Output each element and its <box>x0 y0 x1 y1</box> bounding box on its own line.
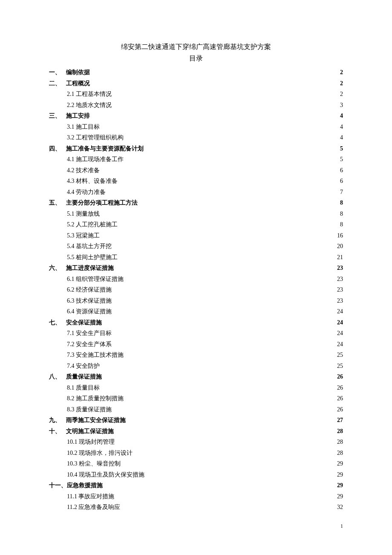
toc-entry-title: 5.1 测量放线 <box>67 209 100 220</box>
toc-section-number: 八、 <box>49 372 66 382</box>
toc-entry[interactable]: 5.3 冠梁施工16 <box>49 231 343 241</box>
toc-entry-page: 24 <box>337 306 343 317</box>
toc-entry-page: 24 <box>337 328 343 339</box>
toc-entry[interactable]: 4.3 材料、设备准备6 <box>49 176 343 187</box>
toc-entry-page: 4 <box>340 111 343 121</box>
toc-entry[interactable]: 7.4 安全防护25 <box>49 361 343 372</box>
toc-entry-title: 10.4 现场卫生及防火保安措施 <box>67 470 144 480</box>
toc-entry-title: 主要分部分项工程施工方法 <box>66 198 138 208</box>
toc-entry[interactable]: 七、安全保证措施24 <box>49 318 343 328</box>
toc-entry[interactable]: 8.1 质量目标26 <box>49 383 343 393</box>
toc-entry-page: 28 <box>337 437 343 448</box>
toc-entry[interactable]: 九、雨季施工安全保证措施27 <box>49 415 343 426</box>
toc-entry[interactable]: 8.2 施工质量控制措施26 <box>49 393 343 404</box>
toc-entry[interactable]: 4.2 技术准备6 <box>49 165 343 176</box>
toc-entry[interactable]: 6.3 技术保证措施23 <box>49 296 343 306</box>
toc-entry-title: 雨季施工安全保证措施 <box>66 415 126 426</box>
toc-entry-title: 应急救援措施 <box>67 480 103 491</box>
toc-entry[interactable]: 10.3 粉尘、噪音控制29 <box>49 459 343 469</box>
page-number: 1 <box>340 523 343 529</box>
toc-entry-title: 4.4 劳动力准备 <box>67 187 106 198</box>
toc-entry-title: 7.3 安全施工技术措施 <box>67 350 124 361</box>
toc-entry[interactable]: 11.1 事故应对措施29 <box>49 491 343 502</box>
toc-entry[interactable]: 8.3 质量保证措施26 <box>49 405 343 415</box>
toc-entry[interactable]: 八、质量保证措施26 <box>49 372 343 382</box>
toc-entry-title: 6.1 组织管理保证措施 <box>67 274 124 285</box>
toc-entry[interactable]: 6.4 资源保证措施24 <box>49 306 343 317</box>
toc-entry-title: 6.3 技术保证措施 <box>67 296 112 306</box>
toc-entry[interactable]: 2.2 地质水文情况3 <box>49 100 343 111</box>
toc-entry-page: 25 <box>337 361 343 372</box>
toc-entry-title: 4.1 施工现场准备工作 <box>67 154 124 165</box>
toc-entry-page: 28 <box>337 426 343 437</box>
toc-entry[interactable]: 五、主要分部分项工程施工方法8 <box>49 198 343 208</box>
toc-entry[interactable]: 5.4 基坑土方开挖20 <box>49 241 343 252</box>
toc-entry-page: 5 <box>340 144 343 154</box>
toc-entry[interactable]: 6.2 经济保证措施23 <box>49 285 343 295</box>
toc-entry[interactable]: 3.1 施工目标4 <box>49 122 343 133</box>
toc-entry-title: 施工安排 <box>66 111 90 121</box>
toc-entry-page: 6 <box>340 176 343 187</box>
toc-entry[interactable]: 十一、应急救援措施29 <box>49 480 343 491</box>
toc-entry-title: 5.2 人工挖孔桩施工 <box>67 220 118 230</box>
toc-entry[interactable]: 四、施工准备与主要资源配备计划5 <box>49 144 343 154</box>
toc-entry-page: 32 <box>337 502 343 513</box>
toc-entry[interactable]: 三、施工安排4 <box>49 111 343 121</box>
toc-entry-title: 3.2 工程管理组织机构 <box>67 133 124 143</box>
toc-entry-page: 2 <box>340 67 343 78</box>
toc-entry[interactable]: 六、施工进度保证措施23 <box>49 263 343 274</box>
toc-entry-title: 工程概况 <box>66 78 90 89</box>
toc-entry-title: 11.2 应急准备及响应 <box>67 502 120 513</box>
toc-entry[interactable]: 7.3 安全施工技术措施25 <box>49 350 343 361</box>
toc-section-number: 四、 <box>49 144 66 154</box>
toc-entry[interactable]: 5.1 测量放线8 <box>49 209 343 220</box>
toc-entry-page: 8 <box>340 198 343 208</box>
toc-entry[interactable]: 11.2 应急准备及响应32 <box>49 502 343 513</box>
toc-entry-title: 6.4 资源保证措施 <box>67 306 112 317</box>
toc-entry[interactable]: 5.5 桩间土护壁施工21 <box>49 252 343 263</box>
toc-entry[interactable]: 4.1 施工现场准备工作5 <box>49 154 343 165</box>
toc-entry-page: 7 <box>340 187 343 198</box>
toc-entry[interactable]: 十、 文明施工保证措施28 <box>49 426 343 437</box>
toc-entry-page: 8 <box>340 209 343 220</box>
toc-entry-page: 23 <box>337 285 343 295</box>
toc-entry-title: 质量保证措施 <box>66 372 102 382</box>
toc-entry-page: 8 <box>340 220 343 230</box>
toc-entry[interactable]: 2.1 工程基本情况2 <box>49 89 343 100</box>
toc-entry-title: 文明施工保证措施 <box>66 426 114 437</box>
toc-entry-title: 10.2 现场排水，排污设计 <box>67 448 133 459</box>
toc-entry-page: 29 <box>337 491 343 502</box>
toc-entry-page: 29 <box>337 470 343 480</box>
toc-entry-title: 10.1 现场封闭管理 <box>67 437 115 448</box>
toc-entry-title: 8.2 施工质量控制措施 <box>67 393 124 404</box>
toc-entry[interactable]: 二、 工程概况2 <box>49 78 343 89</box>
toc-entry-page: 26 <box>337 393 343 404</box>
toc-entry[interactable]: 10.4 现场卫生及防火保安措施29 <box>49 470 343 480</box>
toc-section-number: 五、 <box>49 198 66 208</box>
toc-entry-title: 4.2 技术准备 <box>67 165 100 176</box>
toc-entry[interactable]: 4.4 劳动力准备7 <box>49 187 343 198</box>
toc-section-number: 二、 <box>49 78 66 89</box>
toc-entry[interactable]: 7.2 安全生产体系24 <box>49 339 343 350</box>
toc-entry-page: 27 <box>337 415 343 426</box>
toc-entry[interactable]: 10.2 现场排水，排污设计28 <box>49 448 343 459</box>
toc-entry[interactable]: 10.1 现场封闭管理28 <box>49 437 343 448</box>
toc-entry-title: 10.3 粉尘、噪音控制 <box>67 459 121 469</box>
toc-entry-title: 安全保证措施 <box>66 318 102 328</box>
toc-entry[interactable]: 7.1 安全生产目标24 <box>49 328 343 339</box>
toc-entry-title: 7.2 安全生产体系 <box>67 339 112 350</box>
toc-entry-title: 7.1 安全生产目标 <box>67 328 112 339</box>
toc-entry[interactable]: 6.1 组织管理保证措施23 <box>49 274 343 285</box>
toc-entry[interactable]: 一、编制依据2 <box>49 67 343 78</box>
toc-entry-page: 21 <box>337 252 343 263</box>
toc-entry-page: 23 <box>337 296 343 306</box>
toc-section-number: 九、 <box>49 415 66 426</box>
toc-entry-title: 4.3 材料、设备准备 <box>67 176 118 187</box>
toc-entry-title: 施工准备与主要资源配备计划 <box>66 144 144 154</box>
toc-entry-title: 5.4 基坑土方开挖 <box>67 241 112 252</box>
toc-entry[interactable]: 3.2 工程管理组织机构4 <box>49 133 343 143</box>
toc-entry-page: 26 <box>337 383 343 393</box>
toc-entry-title: 施工进度保证措施 <box>66 263 114 274</box>
toc-entry[interactable]: 5.2 人工挖孔桩施工8 <box>49 220 343 230</box>
toc-entry-page: 6 <box>340 165 343 176</box>
